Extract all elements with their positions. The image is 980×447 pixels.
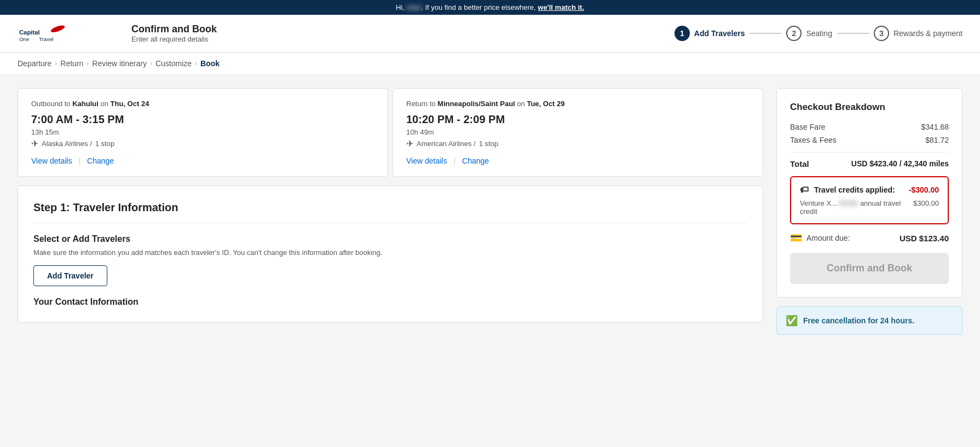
- breadcrumb-return[interactable]: Return: [60, 59, 83, 68]
- return-times: 10:20 PM - 2:09 PM: [406, 113, 750, 126]
- outbound-header: Outbound to Kahului on Thu, Oct 24: [31, 100, 374, 108]
- top-banner: Hi, User. If you find a better price els…: [0, 0, 980, 15]
- amount-due-label-group: 💳 Amount due:: [790, 232, 850, 244]
- banner-text: Hi, User. If you find a better price els…: [396, 3, 584, 11]
- checkout-card: Checkout Breakdown Base Fare $341.68 Tax…: [776, 88, 962, 298]
- select-travelers-desc: Make sure the information you add matche…: [33, 248, 747, 257]
- add-traveler-button[interactable]: Add Traveler: [33, 265, 107, 286]
- return-stops: 1 stop: [479, 140, 498, 148]
- outbound-divider: |: [78, 156, 80, 165]
- free-cancel-icon: ✅: [786, 315, 798, 327]
- taxes-value: $81.72: [925, 136, 949, 144]
- taxes-label: Taxes & Fees: [790, 136, 837, 144]
- step-line-1: [749, 33, 782, 34]
- breadcrumb-sep-4: ›: [195, 60, 197, 67]
- flights-row: Outbound to Kahului on Thu, Oct 24 7:00 …: [18, 88, 763, 177]
- header-title-area: Confirm and Book Enter all required deta…: [131, 24, 217, 43]
- return-destination: Minneapolis/Saint Paul: [437, 100, 515, 108]
- checkout-title: Checkout Breakdown: [790, 102, 949, 113]
- outbound-destination: Kahului: [72, 100, 99, 108]
- step-2: 2 Seating: [786, 26, 832, 41]
- svg-text:Capital: Capital: [19, 29, 40, 36]
- step-1-label: Add Travelers: [694, 29, 745, 38]
- step-line-2: [837, 33, 869, 34]
- breadcrumb-book[interactable]: Book: [200, 59, 220, 68]
- total-value: USD $423.40 / 42,340 miles: [851, 159, 949, 169]
- breadcrumb-review[interactable]: Review itinerary: [92, 59, 147, 68]
- credits-header: 🏷 Travel credits applied: -$300.00: [800, 185, 939, 195]
- step-1-circle: 1: [675, 26, 690, 41]
- contact-information-title: Your Contact Information: [33, 297, 747, 307]
- return-meta: 10h 49m: [406, 128, 750, 136]
- breadcrumb: Departure › Return › Review itinerary › …: [0, 53, 980, 75]
- credits-header-text: 🏷 Travel credits applied:: [800, 185, 895, 195]
- header-confirm-title: Confirm and Book: [131, 24, 217, 35]
- breadcrumb-customize[interactable]: Customize: [155, 59, 192, 68]
- outbound-airline-row: ✈ Alaska Airlines / 1 stop: [31, 138, 374, 149]
- return-card: Return to Minneapolis/Saint Paul on Tue,…: [393, 88, 763, 177]
- outbound-date: Thu, Oct 24: [111, 100, 149, 108]
- total-label: Total: [790, 159, 809, 169]
- confirm-book-button[interactable]: Confirm and Book: [790, 253, 949, 284]
- outbound-stops: 1 stop: [95, 140, 114, 148]
- step-2-label: Seating: [806, 29, 832, 38]
- credits-sub-label: Venture X... XXXX annual travel credit: [800, 199, 913, 216]
- outbound-view-details-link[interactable]: View details: [31, 156, 72, 165]
- outbound-meta: 13h 15m: [31, 128, 374, 136]
- alaska-airlines-icon: ✈: [31, 138, 38, 149]
- return-header: Return to Minneapolis/Saint Paul on Tue,…: [406, 100, 750, 108]
- taxes-row: Taxes & Fees $81.72: [790, 136, 949, 144]
- return-view-details-link[interactable]: View details: [406, 156, 447, 165]
- logo-area: Capital One Travel: [18, 21, 105, 45]
- breadcrumb-sep-3: ›: [150, 60, 152, 67]
- credits-sub-value: $300.00: [913, 199, 939, 216]
- price-match-link[interactable]: we'll match it.: [538, 3, 584, 11]
- credits-header-label: Travel credits applied:: [814, 185, 895, 194]
- left-panel: Outbound to Kahului on Thu, Oct 24 7:00 …: [18, 88, 763, 323]
- credits-amount: -$300.00: [909, 185, 939, 194]
- breadcrumb-sep-1: ›: [55, 60, 57, 67]
- step-3: 3 Rewards & payment: [874, 26, 962, 41]
- outbound-actions: View details | Change: [31, 156, 374, 165]
- travel-credits-box: 🏷 Travel credits applied: -$300.00 Ventu…: [790, 176, 949, 224]
- traveler-section: Step 1: Traveler Information Select or A…: [18, 185, 763, 323]
- return-actions: View details | Change: [406, 156, 750, 165]
- credits-icon: 🏷: [800, 185, 809, 194]
- outbound-card: Outbound to Kahului on Thu, Oct 24 7:00 …: [18, 88, 388, 177]
- return-duration: 10h 49m: [406, 128, 434, 136]
- amount-due-label: Amount due:: [806, 234, 850, 242]
- return-airline: American Airlines /: [417, 140, 476, 148]
- page-header: Capital One Travel Confirm and Book Ente…: [0, 15, 980, 53]
- select-travelers-title: Select or Add Travelers: [33, 234, 747, 244]
- step-1: 1 Add Travelers: [675, 26, 745, 41]
- amount-due-row: 💳 Amount due: USD $123.40: [790, 232, 949, 244]
- outbound-duration: 13h 15m: [31, 128, 59, 136]
- outbound-times: 7:00 AM - 3:15 PM: [31, 113, 374, 126]
- american-airlines-icon: ✈: [406, 138, 413, 149]
- step-3-label: Rewards & payment: [893, 29, 962, 38]
- return-divider: |: [453, 156, 456, 165]
- svg-text:Travel: Travel: [39, 36, 54, 42]
- step-section-title: Step 1: Traveler Information: [33, 201, 747, 223]
- step-3-circle: 3: [874, 26, 889, 41]
- card-icon: 💳: [790, 232, 802, 244]
- outbound-change-link[interactable]: Change: [87, 156, 114, 165]
- credits-sub-row: Venture X... XXXX annual travel credit $…: [800, 199, 939, 216]
- svg-point-0: [50, 24, 65, 34]
- main-content: Outbound to Kahului on Thu, Oct 24 7:00 …: [0, 75, 980, 348]
- breadcrumb-departure[interactable]: Departure: [18, 59, 51, 68]
- total-row: Total USD $423.40 / 42,340 miles: [790, 152, 949, 169]
- svg-text:One: One: [19, 36, 29, 42]
- banner-username: User: [406, 3, 421, 11]
- base-fare-row: Base Fare $341.68: [790, 123, 949, 131]
- capital-one-logo: Capital One Travel: [18, 21, 83, 45]
- right-panel: Checkout Breakdown Base Fare $341.68 Tax…: [776, 88, 962, 335]
- return-airline-row: ✈ American Airlines / 1 stop: [406, 138, 750, 149]
- booking-steps: 1 Add Travelers 2 Seating 3 Rewards & pa…: [675, 26, 962, 41]
- outbound-airline: Alaska Airlines /: [42, 140, 92, 148]
- base-fare-value: $341.68: [921, 123, 949, 131]
- credits-card-number: XXXX: [839, 199, 858, 207]
- breadcrumb-sep-2: ›: [87, 60, 89, 67]
- header-subtitle: Enter all required details: [131, 35, 217, 43]
- return-change-link[interactable]: Change: [462, 156, 489, 165]
